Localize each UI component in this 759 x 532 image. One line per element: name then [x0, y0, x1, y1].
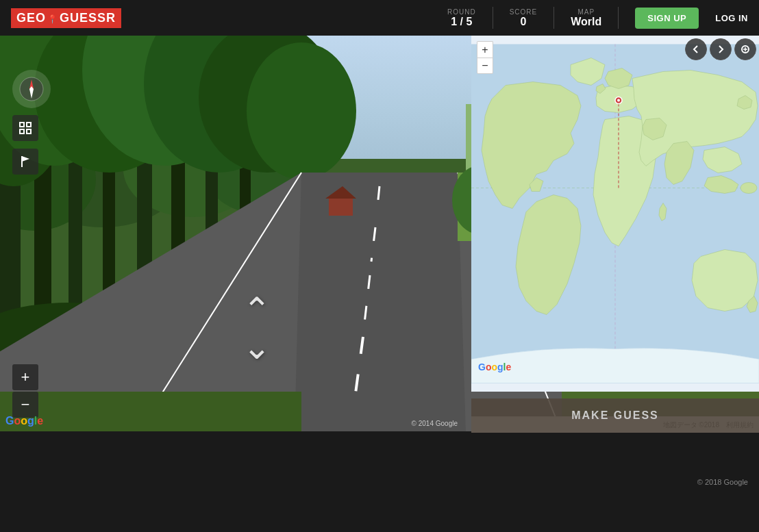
login-button[interactable]: LOG IN — [715, 13, 748, 23]
back-icon — [691, 45, 701, 54]
map-panel: + − — [471, 36, 759, 433]
round-stat: ROUND 1 / 5 — [447, 8, 476, 28]
map-container[interactable]: + − — [471, 36, 759, 392]
svg-point-32 — [247, 42, 356, 179]
zoom-in-streetview-button[interactable]: + — [12, 364, 38, 390]
nav-arrows[interactable]: ⌃ ⌄ — [242, 293, 271, 364]
map-control-expand[interactable] — [734, 38, 756, 60]
score-value: 0 — [520, 16, 526, 28]
map-value: World — [571, 16, 601, 28]
expand-icon — [741, 45, 750, 54]
flag-button[interactable] — [12, 149, 38, 175]
map-label: MAP — [577, 8, 595, 16]
make-guess-button[interactable]: MAKE GUESS — [471, 398, 759, 433]
svg-rect-43 — [329, 197, 353, 216]
map-control-back[interactable] — [685, 38, 707, 60]
map-control-forward[interactable] — [710, 38, 732, 60]
google-logo-text: Google — [5, 415, 43, 427]
nav-up-arrow[interactable]: ⌃ — [242, 293, 271, 327]
fullscreen-icon — [18, 121, 32, 135]
signup-button[interactable]: SIGN UP — [635, 8, 699, 29]
map-zoom-out-button[interactable]: − — [477, 58, 493, 74]
svg-rect-54 — [20, 123, 24, 127]
streetview-copyright: © 2014 Google — [412, 420, 458, 427]
map-stat: MAP World — [571, 8, 601, 28]
zoom-controls: + − — [12, 364, 38, 419]
zoom-out-streetview-button[interactable]: − — [12, 392, 38, 418]
svg-rect-49 — [0, 392, 301, 433]
bottom-copyright: © 2018 Google — [697, 478, 748, 486]
svg-point-69 — [617, 99, 620, 102]
flag-icon — [18, 155, 32, 168]
divider-3 — [618, 7, 619, 29]
bottom-bar: © 2018 Google — [0, 431, 759, 532]
compass[interactable] — [12, 70, 51, 108]
svg-rect-57 — [27, 129, 31, 134]
logo-area[interactable]: GEO📍GUESSR — [11, 8, 121, 28]
compass-svg — [19, 77, 44, 101]
world-map[interactable] — [471, 36, 759, 392]
map-controls-top — [680, 36, 759, 63]
map-zoom-controls: + − — [477, 41, 493, 74]
divider-1 — [493, 7, 493, 29]
forward-icon — [716, 45, 725, 54]
map-google-logo: Google — [478, 362, 511, 372]
nav-down-arrow[interactable]: ⌄ — [242, 330, 271, 364]
svg-point-66 — [741, 183, 757, 194]
svg-rect-56 — [20, 129, 24, 134]
map-zoom-in-button[interactable]: + — [477, 41, 493, 58]
header-right: ROUND 1 / 5 SCORE 0 MAP World SIGN UP LO… — [447, 7, 748, 29]
fullscreen-button[interactable] — [12, 115, 38, 141]
svg-marker-59 — [22, 156, 29, 162]
round-label: ROUND — [447, 8, 476, 16]
geoguessr-logo[interactable]: GEO📍GUESSR — [11, 8, 121, 28]
svg-rect-55 — [27, 123, 31, 127]
google-watermark: Google — [5, 415, 43, 427]
divider-2 — [553, 7, 554, 29]
score-label: SCORE — [510, 8, 538, 16]
svg-marker-36 — [295, 173, 466, 433]
round-value: 1 / 5 — [451, 16, 472, 28]
score-stat: SCORE 0 — [510, 8, 538, 28]
header: GEO📍GUESSR ROUND 1 / 5 SCORE 0 MAP World… — [0, 0, 759, 36]
